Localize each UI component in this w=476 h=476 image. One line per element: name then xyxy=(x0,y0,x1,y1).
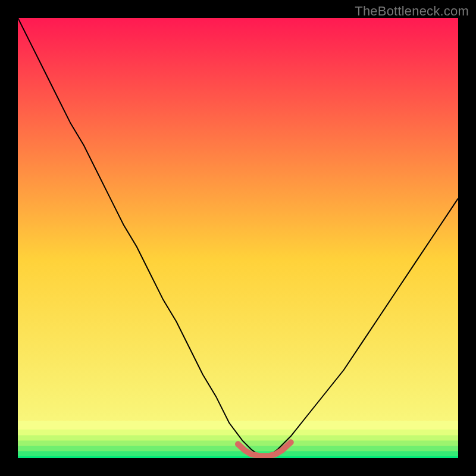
bottom-color-bands xyxy=(18,421,458,458)
color-band xyxy=(18,456,458,458)
color-band xyxy=(18,451,458,456)
chart-frame: TheBottleneck.com xyxy=(0,0,476,476)
color-band xyxy=(18,421,458,430)
watermark-text: TheBottleneck.com xyxy=(355,4,469,19)
plot-background xyxy=(18,18,458,458)
bottleneck-chart xyxy=(18,18,458,458)
color-band xyxy=(18,436,458,441)
